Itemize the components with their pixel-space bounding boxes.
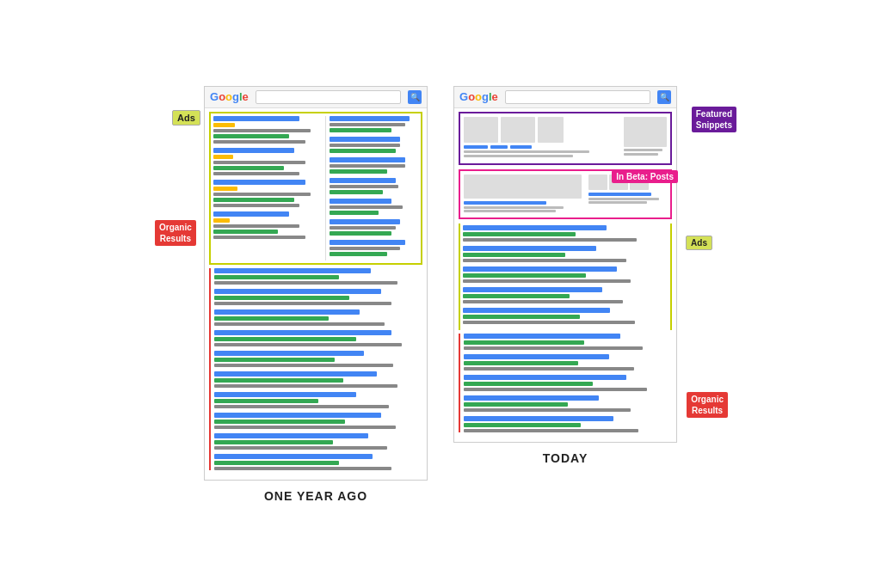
right-ad-1 [463,225,668,242]
right-ad-4 [463,287,668,303]
right-organic-section [459,334,672,432]
left-ad-3 [213,180,321,207]
right-ad-2 [463,246,668,262]
left-org-9 [214,433,422,450]
right-organic-label: OrganicResults [687,392,728,418]
left-google-logo: Google [210,90,249,103]
right-browser-bar: Google 🔍 [454,87,676,108]
right-org-2 [464,354,672,371]
left-org-5 [214,351,422,367]
left-org-7 [214,392,422,408]
left-ads-section [209,112,422,265]
right-search-bar[interactable] [505,90,650,104]
left-browser-bar: Google 🔍 [205,87,427,108]
left-org-1 [214,268,422,285]
right-content-area: FeaturedSnippets [454,108,676,442]
left-org-2 [214,289,422,305]
right-ads-label: Ads [686,236,712,250]
left-ad-right-6 [330,219,418,236]
right-featured-label: FeaturedSnippets [692,107,736,132]
left-panel: Google 🔍 Ads [204,86,428,503]
left-ad-1 [213,116,321,144]
left-search-bar[interactable] [256,90,401,104]
right-org-1 [464,334,672,350]
left-org-4 [214,330,422,346]
left-ad-right-7 [330,240,418,256]
right-search-icon[interactable]: 🔍 [657,90,671,104]
right-ad-5 [463,308,668,324]
left-org-6 [214,371,422,388]
right-beta-label: In Beta: Posts [612,170,678,183]
left-ad-right-2 [330,137,418,153]
left-organic-section [209,268,422,470]
right-org-3 [464,375,672,391]
left-organic-label: OrganicResults [155,220,196,246]
left-browser: Google 🔍 Ads [204,86,428,481]
right-panel: Google 🔍 FeaturedSnippets [453,86,677,465]
left-ad-right-5 [330,199,418,215]
right-panel-label: TODAY [543,451,588,465]
right-org-5 [464,416,672,432]
left-org-3 [214,309,422,326]
left-ads-label: Ads [172,110,200,126]
right-google-logo: Google [459,90,498,103]
left-panel-label: ONE YEAR AGO [264,489,367,503]
right-ads-section [459,224,672,330]
left-org-10 [214,454,422,470]
left-org-8 [214,413,422,429]
left-ad-right-4 [330,178,418,194]
right-featured-box [459,112,672,165]
left-ad-2 [213,148,321,175]
left-ad-4 [213,211,321,239]
left-ad-right-1 [330,116,418,132]
right-org-4 [464,395,672,412]
right-ad-3 [463,266,668,283]
left-ad-right-3 [330,157,418,174]
right-browser: Google 🔍 FeaturedSnippets [453,86,677,443]
left-search-icon[interactable]: 🔍 [408,90,422,104]
left-content-area: Ads [205,108,427,480]
